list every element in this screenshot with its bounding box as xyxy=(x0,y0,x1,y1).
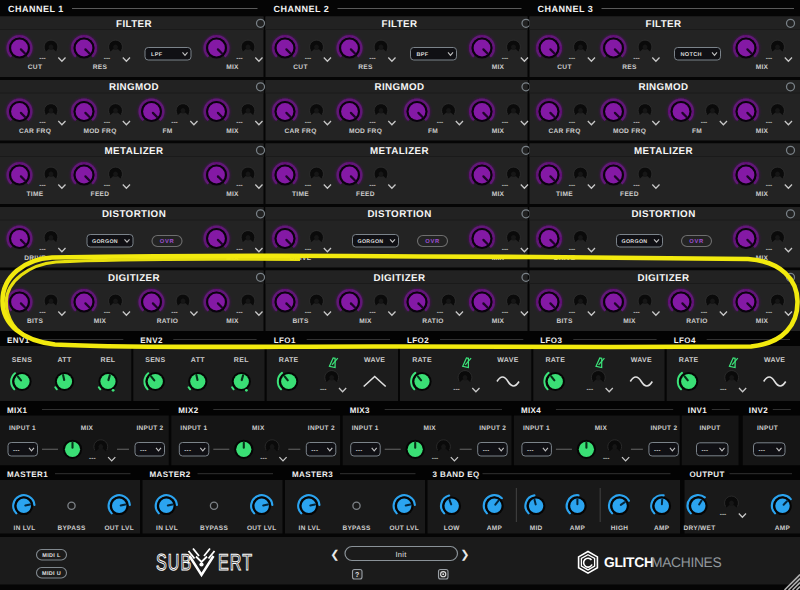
svg-text:---: --- xyxy=(305,119,312,126)
svg-text:RINGMOD: RINGMOD xyxy=(109,82,159,93)
svg-text:MIX: MIX xyxy=(595,425,608,432)
svg-text:IN LVL: IN LVL xyxy=(299,525,321,532)
svg-text:---: --- xyxy=(305,182,312,189)
svg-text:WAVE: WAVE xyxy=(364,357,385,364)
svg-text:MIX: MIX xyxy=(226,318,239,325)
svg-text:---: --- xyxy=(305,55,312,62)
svg-text:ERT: ERT xyxy=(218,549,253,575)
svg-text:BYPASS: BYPASS xyxy=(200,525,228,532)
svg-text:---: --- xyxy=(140,448,147,454)
svg-text:---: --- xyxy=(236,182,243,189)
svg-text:---: --- xyxy=(369,55,376,62)
svg-text:---: --- xyxy=(369,119,376,126)
svg-text:MIX: MIX xyxy=(756,191,769,198)
svg-text:CUT: CUT xyxy=(28,64,42,71)
svg-text:RINGMOD: RINGMOD xyxy=(374,82,424,93)
svg-text:---: --- xyxy=(569,119,576,126)
svg-text:CHANNEL 1: CHANNEL 1 xyxy=(8,4,64,14)
svg-text:---: --- xyxy=(260,455,267,462)
svg-text:---: --- xyxy=(171,119,178,126)
svg-text:CAR FRQ: CAR FRQ xyxy=(548,128,580,135)
svg-text:FEED: FEED xyxy=(356,191,375,198)
svg-text:GORGON: GORGON xyxy=(92,239,118,245)
svg-text:METALIZER: METALIZER xyxy=(105,146,164,157)
svg-text:MIX: MIX xyxy=(492,318,505,325)
svg-text:MIX3: MIX3 xyxy=(350,406,370,415)
svg-text:WAVE: WAVE xyxy=(764,357,785,364)
svg-text:IN LVL: IN LVL xyxy=(156,525,178,532)
svg-text:---: --- xyxy=(766,119,773,126)
svg-text:GLITCH: GLITCH xyxy=(604,555,654,570)
svg-text:MASTER1: MASTER1 xyxy=(7,470,48,479)
svg-text:MIX: MIX xyxy=(423,425,436,432)
svg-text:---: --- xyxy=(633,55,640,62)
svg-text:RATIO: RATIO xyxy=(686,318,708,325)
svg-text:WAVE: WAVE xyxy=(631,357,652,364)
svg-text:---: --- xyxy=(236,309,243,316)
svg-text:MASTER2: MASTER2 xyxy=(150,470,191,479)
svg-text:---: --- xyxy=(654,448,661,454)
svg-text:---: --- xyxy=(766,55,773,62)
svg-text:BITS: BITS xyxy=(556,318,573,325)
svg-text:---: --- xyxy=(720,386,727,393)
svg-text:LPF: LPF xyxy=(151,52,163,58)
svg-text:DISTORTION: DISTORTION xyxy=(631,209,695,220)
svg-text:AMP: AMP xyxy=(487,525,503,532)
svg-text:REL: REL xyxy=(101,357,116,364)
svg-text:AMP: AMP xyxy=(775,525,791,532)
svg-text:INPUT 2: INPUT 2 xyxy=(136,425,163,432)
svg-text:INPUT 2: INPUT 2 xyxy=(479,425,506,432)
svg-text:GORGON: GORGON xyxy=(622,239,648,245)
svg-text:FM: FM xyxy=(162,128,172,135)
svg-text:---: --- xyxy=(569,309,576,316)
svg-text:AMP: AMP xyxy=(570,525,586,532)
svg-text:CHANNEL 3: CHANNEL 3 xyxy=(538,4,594,14)
svg-text:---: --- xyxy=(104,55,111,62)
svg-text:MID: MID xyxy=(530,525,543,532)
svg-text:CUT: CUT xyxy=(293,64,307,71)
svg-text:---: --- xyxy=(702,448,709,454)
svg-text:---: --- xyxy=(171,309,178,316)
svg-text:NOTCH: NOTCH xyxy=(681,52,702,58)
svg-text:OUT LVL: OUT LVL xyxy=(247,525,276,532)
svg-text:---: --- xyxy=(305,309,312,316)
svg-text:---: --- xyxy=(432,455,439,462)
svg-text:LFO2: LFO2 xyxy=(407,336,429,345)
svg-text:MIX: MIX xyxy=(226,128,239,135)
svg-text:CHANNEL 2: CHANNEL 2 xyxy=(274,4,330,14)
svg-text:FILTER: FILTER xyxy=(382,19,418,30)
svg-text:---: --- xyxy=(502,182,509,189)
svg-text:ENV2: ENV2 xyxy=(140,336,163,345)
svg-text:FEED: FEED xyxy=(620,191,639,198)
svg-text:MIX: MIX xyxy=(756,318,769,325)
svg-text:---: --- xyxy=(502,246,509,253)
svg-text:---: --- xyxy=(766,309,773,316)
svg-text:CAR FRQ: CAR FRQ xyxy=(19,128,51,135)
svg-text:RATE: RATE xyxy=(279,357,299,364)
svg-text:LFO3: LFO3 xyxy=(540,336,562,345)
svg-text:INPUT 1: INPUT 1 xyxy=(9,425,36,432)
svg-text:---: --- xyxy=(483,448,490,454)
svg-text:MIX: MIX xyxy=(81,425,94,432)
svg-text:FILTER: FILTER xyxy=(646,19,682,30)
svg-text:AMP: AMP xyxy=(654,525,670,532)
svg-text:LFO4: LFO4 xyxy=(674,336,696,345)
svg-text:MIX: MIX xyxy=(252,425,265,432)
svg-text:GORGON: GORGON xyxy=(358,239,384,245)
svg-text:MIX: MIX xyxy=(492,128,505,135)
svg-text:ATT: ATT xyxy=(191,357,205,364)
svg-text:---: --- xyxy=(89,455,96,462)
svg-text:RATE: RATE xyxy=(412,357,432,364)
svg-text:DIGITIZER: DIGITIZER xyxy=(373,273,425,284)
svg-text:---: --- xyxy=(13,448,20,454)
svg-text:MIX: MIX xyxy=(492,191,505,198)
svg-text:DISTORTION: DISTORTION xyxy=(102,209,166,220)
svg-text:RES: RES xyxy=(93,64,108,71)
svg-text:?: ? xyxy=(355,572,360,579)
svg-text:DISTORTION: DISTORTION xyxy=(367,209,431,220)
svg-text:DRY/WET: DRY/WET xyxy=(684,525,716,532)
svg-text:---: --- xyxy=(633,309,640,316)
svg-text:---: --- xyxy=(701,309,708,316)
svg-text:BYPASS: BYPASS xyxy=(57,525,85,532)
svg-text:RES: RES xyxy=(622,64,637,71)
